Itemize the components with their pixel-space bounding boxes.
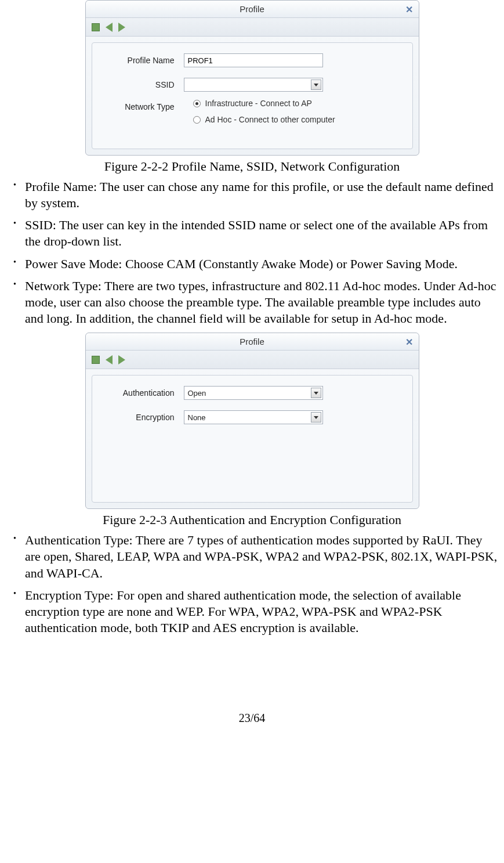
radio-infrastructure-label: Infrastructure - Connect to AP xyxy=(205,99,312,108)
authentication-dropdown[interactable]: Open xyxy=(184,386,323,400)
dialog-body: Profile Name SSID Network Type Infrastru… xyxy=(92,42,413,149)
radio-adhoc-label: Ad Hoc - Connect to other computer xyxy=(205,115,335,124)
chevron-down-icon xyxy=(314,416,318,419)
profile-name-input[interactable] xyxy=(184,53,323,67)
back-arrow-icon[interactable] xyxy=(106,355,113,364)
list-item: SSID: The user can key in the intended S… xyxy=(11,217,498,250)
figure-caption-1: Figure 2-2-2 Profile Name, SSID, Network… xyxy=(3,159,501,174)
stop-icon[interactable] xyxy=(92,23,100,31)
dialog-title: Profile xyxy=(240,337,264,346)
ssid-dropdown[interactable] xyxy=(184,78,323,92)
dropdown-button[interactable] xyxy=(311,412,321,423)
close-icon[interactable]: ✕ xyxy=(405,4,413,15)
forward-arrow-icon[interactable] xyxy=(118,355,125,364)
list-item: Profile Name: The user can chose any nam… xyxy=(11,179,498,211)
stop-icon[interactable] xyxy=(92,356,100,364)
encryption-label: Encryption xyxy=(103,413,184,422)
dropdown-button[interactable] xyxy=(311,388,321,398)
dialog-toolbar xyxy=(86,351,419,369)
bullets-list-2: Authentication Type: There are 7 types o… xyxy=(3,532,501,636)
radio-infrastructure[interactable] xyxy=(193,100,201,107)
dropdown-button[interactable] xyxy=(311,80,321,90)
bullets-list-1: Profile Name: The user can chose any nam… xyxy=(3,179,501,327)
figure-caption-2: Figure 2-2-3 Authentication and Encrypti… xyxy=(3,512,501,528)
dialog-body: Authentication Open Encryption None xyxy=(92,375,413,503)
encryption-dropdown[interactable]: None xyxy=(184,410,323,424)
page-number: 23/64 xyxy=(3,712,501,725)
list-item: Network Type: There are two types, infra… xyxy=(11,278,498,327)
dialog-titlebar: Profile ✕ xyxy=(86,333,419,351)
radio-adhoc[interactable] xyxy=(193,116,201,124)
dialog-title: Profile xyxy=(240,4,264,14)
dialog-titlebar: Profile ✕ xyxy=(86,1,419,18)
back-arrow-icon[interactable] xyxy=(106,23,113,32)
profile-dialog-2: Profile ✕ Authentication Open Encryption… xyxy=(85,333,419,509)
list-item: Authentication Type: There are 7 types o… xyxy=(11,532,498,581)
ssid-label: SSID xyxy=(103,80,184,89)
profile-name-label: Profile Name xyxy=(103,56,184,65)
network-type-label: Network Type xyxy=(103,102,184,111)
dialog-toolbar xyxy=(86,18,419,37)
chevron-down-icon xyxy=(314,392,318,395)
forward-arrow-icon[interactable] xyxy=(118,23,125,32)
list-item: Encryption Type: For open and shared aut… xyxy=(11,587,498,636)
close-icon[interactable]: ✕ xyxy=(405,337,413,348)
authentication-value: Open xyxy=(188,389,206,398)
radio-dot-icon xyxy=(195,102,198,105)
chevron-down-icon xyxy=(314,84,318,86)
profile-dialog-1: Profile ✕ Profile Name SSID Network Type xyxy=(85,0,419,156)
authentication-label: Authentication xyxy=(103,388,184,398)
encryption-value: None xyxy=(188,413,206,422)
list-item: Power Save Mode: Choose CAM (Constantly … xyxy=(11,256,498,272)
